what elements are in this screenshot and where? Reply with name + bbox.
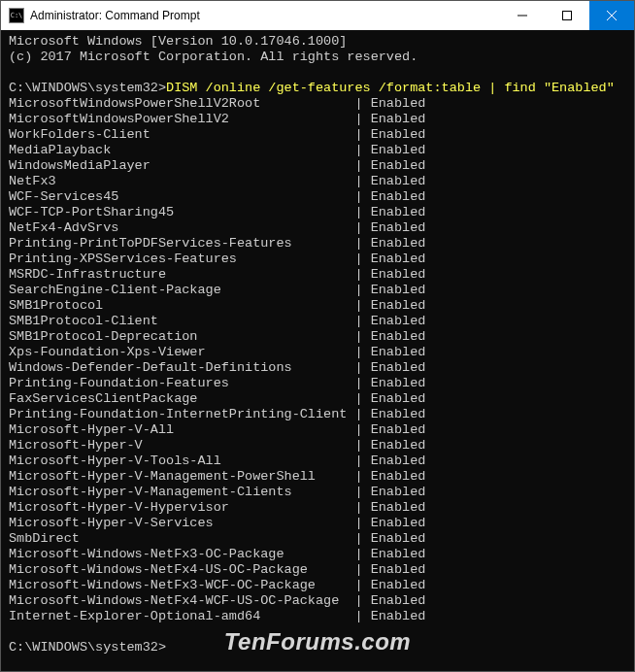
titlebar[interactable]: C:\ Administrator: Command Prompt <box>1 1 634 30</box>
feature-row: Internet-Explorer-Optional-amd64 | Enabl… <box>9 609 626 624</box>
command-prompt-window: C:\ Administrator: Command Prompt Micros… <box>0 0 635 672</box>
prompt-line: C:\WINDOWS\system32> <box>9 640 626 655</box>
feature-row: MicrosoftWindowsPowerShellV2 | Enabled <box>9 112 626 127</box>
svg-rect-1 <box>563 12 572 20</box>
minimize-button[interactable] <box>500 1 545 30</box>
close-button[interactable] <box>589 1 634 30</box>
blank-line <box>9 65 626 81</box>
feature-row: SmbDirect | Enabled <box>9 531 626 547</box>
feature-row: NetFx4-AdvSrvs | Enabled <box>9 220 626 236</box>
feature-row: Printing-Foundation-Features | Enabled <box>9 376 626 391</box>
feature-row: Microsoft-Windows-NetFx4-WCF-US-OC-Packa… <box>9 593 626 609</box>
feature-row: NetFx3 | Enabled <box>9 174 626 189</box>
feature-row: Microsoft-Hyper-V-Management-Clients | E… <box>9 485 626 500</box>
window-controls <box>500 1 634 30</box>
cmd-icon: C:\ <box>9 8 24 23</box>
prompt-text: C:\WINDOWS\system32> <box>9 81 166 95</box>
feature-list: MicrosoftWindowsPowerShellV2Root | Enabl… <box>9 96 626 624</box>
feature-row: FaxServicesClientPackage | Enabled <box>9 391 626 407</box>
feature-row: Microsoft-Hyper-V | Enabled <box>9 438 626 454</box>
feature-row: Microsoft-Windows-NetFx4-US-OC-Package |… <box>9 562 626 578</box>
feature-row: WCF-TCP-PortSharing45 | Enabled <box>9 205 626 220</box>
feature-row: Microsoft-Hyper-V-All | Enabled <box>9 422 626 438</box>
feature-row: SMB1Protocol | Enabled <box>9 298 626 314</box>
feature-row: WindowsMediaPlayer | Enabled <box>9 158 626 174</box>
feature-row: WCF-Services45 | Enabled <box>9 189 626 205</box>
feature-row: Microsoft-Hyper-V-Hypervisor | Enabled <box>9 500 626 516</box>
feature-row: Printing-PrintToPDFServices-Features | E… <box>9 236 626 252</box>
feature-row: Xps-Foundation-Xps-Viewer | Enabled <box>9 345 626 360</box>
feature-row: Microsoft-Hyper-V-Services | Enabled <box>9 516 626 531</box>
copyright-line: (c) 2017 Microsoft Corporation. All righ… <box>9 50 626 65</box>
feature-row: Printing-Foundation-InternetPrinting-Cli… <box>9 407 626 422</box>
feature-row: Microsoft-Hyper-V-Management-PowerShell … <box>9 469 626 485</box>
feature-row: WorkFolders-Client | Enabled <box>9 127 626 143</box>
feature-row: SMB1Protocol-Client | Enabled <box>9 314 626 329</box>
feature-row: MicrosoftWindowsPowerShellV2Root | Enabl… <box>9 96 626 112</box>
feature-row: MediaPlayback | Enabled <box>9 143 626 158</box>
feature-row: Microsoft-Windows-NetFx3-OC-Package | En… <box>9 547 626 562</box>
maximize-button[interactable] <box>545 1 589 30</box>
prompt-text: C:\WINDOWS\system32> <box>9 640 166 655</box>
feature-row: Microsoft-Windows-NetFx3-WCF-OC-Package … <box>9 578 626 593</box>
command-line: C:\WINDOWS\system32>DISM /online /get-fe… <box>9 81 626 96</box>
feature-row: Windows-Defender-Default-Definitions | E… <box>9 360 626 376</box>
window-title: Administrator: Command Prompt <box>30 9 500 22</box>
feature-row: MSRDC-Infrastructure | Enabled <box>9 267 626 283</box>
feature-row: Printing-XPSServices-Features | Enabled <box>9 252 626 267</box>
blank-line <box>9 624 626 640</box>
version-line: Microsoft Windows [Version 10.0.17046.10… <box>9 34 626 50</box>
feature-row: SearchEngine-Client-Package | Enabled <box>9 283 626 298</box>
terminal-content[interactable]: Microsoft Windows [Version 10.0.17046.10… <box>1 30 634 671</box>
feature-row: SMB1Protocol-Deprecation | Enabled <box>9 329 626 345</box>
feature-row: Microsoft-Hyper-V-Tools-All | Enabled <box>9 454 626 469</box>
command-text: DISM /online /get-features /format:table… <box>166 81 615 95</box>
